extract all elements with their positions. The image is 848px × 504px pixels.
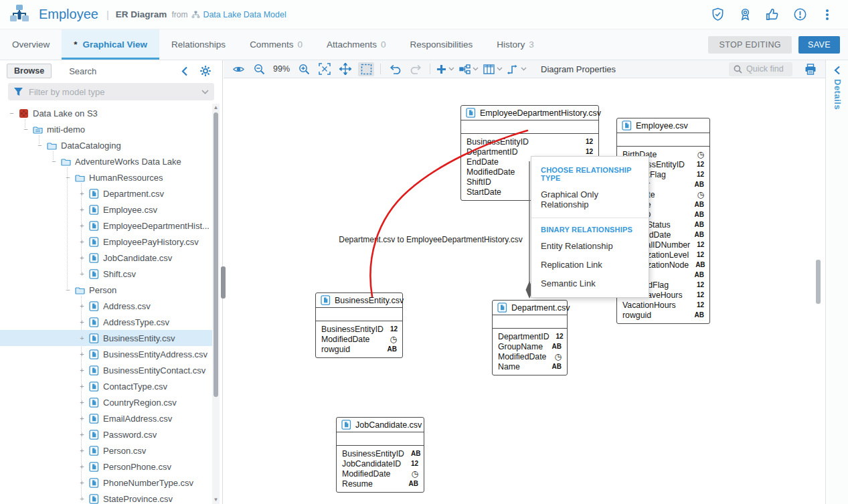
expand-toggle[interactable]: + bbox=[78, 463, 86, 471]
thumbs-up-icon[interactable] bbox=[765, 7, 780, 22]
tree-item-department-csv[interactable]: +Department.csv bbox=[0, 185, 212, 201]
collapse-panel-icon[interactable] bbox=[181, 66, 189, 76]
expand-toggle[interactable]: + bbox=[78, 302, 86, 310]
tree-item-shift-csv[interactable]: +Shift.csv bbox=[0, 266, 212, 282]
collapse-toggle[interactable]: − bbox=[64, 173, 72, 181]
tree-item-contacttype-csv[interactable]: +ContactType.csv bbox=[0, 378, 212, 394]
details-splitter-grip[interactable] bbox=[816, 260, 821, 304]
entity-department-csv[interactable]: Department.csvDepartmentID12GroupNameABM… bbox=[492, 300, 568, 375]
tab-comments[interactable]: Comments0 bbox=[238, 29, 315, 60]
tree-item-employeepayhistory-csv[interactable]: +EmployeePayHistory.csv bbox=[0, 234, 212, 250]
expand-toggle[interactable]: + bbox=[78, 495, 86, 503]
tree-item-stateprovince-csv[interactable]: +StateProvince.csv bbox=[0, 491, 212, 504]
tree-item-businessentitycontact-csv[interactable]: +BusinessEntityContact.csv bbox=[0, 362, 212, 378]
menu-item-graphical-only-relationship[interactable]: Graphical Only Relationship bbox=[531, 185, 649, 214]
tree-item-employeedepartmenthist[interactable]: +EmployeeDepartmentHist... bbox=[0, 218, 212, 234]
collapse-toggle[interactable]: − bbox=[50, 157, 58, 165]
model-link[interactable]: Data Lake Data Model bbox=[191, 10, 286, 19]
redo-icon[interactable] bbox=[408, 62, 424, 76]
model-type-filter[interactable]: Filter by model type bbox=[8, 83, 214, 100]
tree-item-adventureworks-data-lake[interactable]: −AdventureWorks Data Lake bbox=[0, 153, 212, 169]
tree-item-countryregion-csv[interactable]: +CountryRegion.csv bbox=[0, 394, 212, 410]
expand-toggle[interactable]: + bbox=[78, 318, 86, 326]
quick-find[interactable] bbox=[729, 62, 792, 76]
expand-toggle[interactable]: + bbox=[78, 350, 86, 358]
expand-toggle[interactable]: + bbox=[78, 398, 86, 406]
tree-item-datacataloging[interactable]: −DataCataloging bbox=[0, 137, 212, 153]
entity-header[interactable]: Department.csv bbox=[493, 301, 567, 315]
pan-move-icon[interactable] bbox=[337, 62, 353, 76]
tab-attachments[interactable]: Attachments0 bbox=[315, 29, 398, 60]
tree-item-data-lake-on-s3[interactable]: −Data Lake on S3 bbox=[0, 105, 212, 121]
menu-item-entity-relationship[interactable]: Entity Relationship bbox=[531, 237, 649, 256]
tree-item-humanressources[interactable]: −HumanRessources bbox=[0, 169, 212, 185]
diagram-canvas[interactable]: Department.csv to EmployeeDepartmentHist… bbox=[224, 78, 825, 504]
verified-shield-icon[interactable] bbox=[710, 7, 725, 22]
tree-item-miti-demo[interactable]: −miti-demo bbox=[0, 121, 212, 137]
quick-find-input[interactable] bbox=[746, 64, 786, 74]
expand-toggle[interactable]: + bbox=[78, 479, 86, 487]
more-menu-icon[interactable] bbox=[820, 7, 835, 22]
undo-icon[interactable] bbox=[387, 62, 403, 76]
tree-item-businessentityaddress-csv[interactable]: +BusinessEntityAddress.csv bbox=[0, 346, 212, 362]
tree-item-emailaddress-csv[interactable]: +EmailAddress.csv bbox=[0, 410, 212, 426]
expand-details-icon[interactable] bbox=[832, 66, 843, 75]
expand-toggle[interactable]: + bbox=[78, 382, 86, 390]
entity-businessentity-csv[interactable]: BusinessEntity.csvBusinessEntityID12Modi… bbox=[315, 292, 403, 358]
diagram-properties-label[interactable]: Diagram Properties bbox=[541, 64, 616, 74]
tab-responsibilities[interactable]: Responsibilities bbox=[398, 29, 485, 60]
tree-item-phonenumbertype-csv[interactable]: +PhoneNumberType.csv bbox=[0, 475, 212, 491]
expand-toggle[interactable]: + bbox=[78, 430, 86, 438]
tree-item-personphone-csv[interactable]: +PersonPhone.csv bbox=[0, 458, 212, 475]
tree-scrollbar[interactable]: ▲ ▼ bbox=[212, 104, 220, 504]
entity-header[interactable]: BusinessEntity.csv bbox=[316, 293, 402, 308]
stop-editing-button[interactable]: STOP EDITING bbox=[708, 36, 792, 54]
tree-item-person-csv[interactable]: +Person.csv bbox=[0, 442, 212, 458]
details-panel-label[interactable]: Details bbox=[832, 79, 843, 110]
zoom-out-icon[interactable] bbox=[251, 62, 267, 76]
expand-toggle[interactable]: + bbox=[78, 270, 86, 278]
table-view-dropdown[interactable] bbox=[483, 64, 503, 74]
add-object-dropdown[interactable] bbox=[436, 64, 454, 74]
expand-toggle[interactable]: + bbox=[78, 446, 86, 454]
menu-item-replication-link[interactable]: Replication Link bbox=[531, 256, 649, 274]
browse-tab[interactable]: Browse bbox=[7, 64, 52, 78]
scroll-down-icon[interactable]: ▼ bbox=[212, 496, 220, 504]
tree-item-jobcandidate-csv[interactable]: +JobCandidate.csv bbox=[0, 250, 212, 266]
expand-toggle[interactable]: + bbox=[78, 222, 86, 230]
tree-scrollbar-thumb[interactable] bbox=[214, 112, 218, 397]
tab-history[interactable]: History3 bbox=[485, 29, 546, 60]
tab-relationships[interactable]: Relationships bbox=[159, 29, 238, 60]
collapse-toggle[interactable]: − bbox=[8, 109, 15, 117]
collapse-toggle[interactable]: − bbox=[22, 125, 29, 133]
expand-toggle[interactable]: + bbox=[78, 238, 86, 246]
tree-item-address-csv[interactable]: +Address.csv bbox=[0, 298, 212, 314]
expand-toggle[interactable]: + bbox=[78, 334, 86, 342]
marquee-select-icon[interactable] bbox=[358, 62, 374, 76]
tree-item-password-csv[interactable]: +Password.csv bbox=[0, 426, 212, 442]
zoom-in-icon[interactable] bbox=[296, 62, 312, 76]
tab-graphical-view[interactable]: *Graphical View bbox=[62, 29, 159, 60]
gear-icon[interactable] bbox=[199, 65, 211, 77]
relationship-style-dropdown[interactable] bbox=[507, 64, 527, 74]
fit-to-screen-icon[interactable] bbox=[317, 62, 333, 76]
tree-item-addresstype-csv[interactable]: +AddressType.csv bbox=[0, 314, 212, 330]
certification-award-icon[interactable] bbox=[738, 7, 752, 22]
entity-jobcandidate-csv[interactable]: JobCandidate.csvBusinessEntityIDABJobCan… bbox=[336, 417, 424, 493]
tree-item-person[interactable]: −Person bbox=[0, 282, 212, 298]
expand-toggle[interactable]: + bbox=[78, 366, 86, 374]
scroll-up-icon[interactable]: ▲ bbox=[212, 104, 220, 112]
entity-header[interactable]: JobCandidate.csv bbox=[337, 418, 424, 432]
menu-item-semantic-link[interactable]: Semantic Link bbox=[531, 274, 649, 293]
print-icon[interactable] bbox=[802, 62, 819, 76]
search-tab[interactable]: Search bbox=[69, 66, 96, 76]
expand-toggle[interactable]: + bbox=[78, 414, 86, 422]
tab-overview[interactable]: Overview bbox=[0, 29, 62, 60]
entity-header[interactable]: Employee.csv bbox=[617, 118, 709, 133]
alert-status-icon[interactable] bbox=[792, 7, 807, 22]
save-button[interactable]: SAVE bbox=[798, 36, 840, 54]
tree-item-employee-csv[interactable]: +Employee.csv bbox=[0, 201, 212, 218]
expand-toggle[interactable]: + bbox=[78, 254, 86, 262]
sidebar-splitter-grip[interactable] bbox=[221, 266, 226, 299]
collapse-toggle[interactable]: − bbox=[64, 286, 72, 294]
